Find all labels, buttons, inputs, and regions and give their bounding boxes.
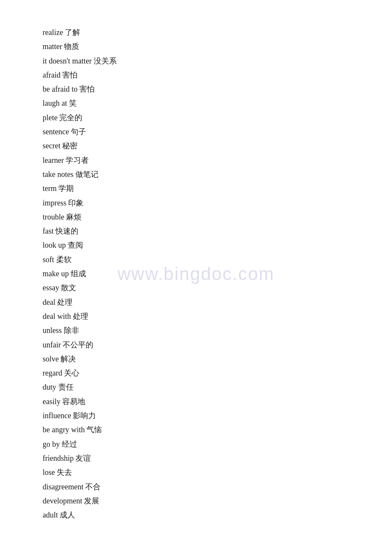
page-content: www.bingdoc.com realize 了解matter 物质it do… (0, 0, 392, 548)
list-item: secret 秘密 (43, 139, 358, 153)
list-item: adult 成人 (43, 508, 358, 522)
list-item: go by 经过 (43, 437, 358, 451)
list-item: make up 组成 (43, 267, 358, 281)
list-item: be afraid to 害怕 (43, 82, 358, 96)
list-item: disagreement 不合 (43, 480, 358, 494)
list-item: soft 柔软 (43, 253, 358, 267)
list-item: influence 影响力 (43, 409, 358, 423)
list-item: unless 除非 (43, 324, 358, 338)
list-item: realize 了解 (43, 26, 358, 40)
list-item: deal with 处理 (43, 309, 358, 324)
list-item: look up 查阅 (43, 238, 358, 252)
list-item: fast 快速的 (43, 224, 358, 238)
list-item: duty 责任 (43, 380, 358, 394)
list-item: easily 容易地 (43, 395, 358, 409)
list-item: impress 印象 (43, 196, 358, 210)
list-item: be angry with 气恼 (43, 423, 358, 437)
list-item: term 学期 (43, 182, 358, 196)
list-item: trouble 麻烦 (43, 210, 358, 224)
list-item: friendship 友谊 (43, 451, 358, 465)
list-item: laugh at 笑 (43, 96, 358, 110)
list-item: lose 失去 (43, 465, 358, 480)
list-item: unfair 不公平的 (43, 338, 358, 352)
list-item: matter 物质 (43, 40, 358, 54)
list-item: essay 散文 (43, 281, 358, 295)
list-item: sentence 句子 (43, 125, 358, 139)
list-item: regard 关心 (43, 366, 358, 380)
list-item: solve 解决 (43, 352, 358, 366)
list-item: take notes 做笔记 (43, 168, 358, 182)
vocab-list: realize 了解matter 物质it doesn't matter 没关系… (43, 26, 358, 522)
list-item: it doesn't matter 没关系 (43, 54, 358, 68)
list-item: development 发展 (43, 494, 358, 508)
list-item: learner 学习者 (43, 153, 358, 168)
list-item: plete 完全的 (43, 111, 358, 125)
list-item: deal 处理 (43, 295, 358, 309)
list-item: afraid 害怕 (43, 68, 358, 82)
